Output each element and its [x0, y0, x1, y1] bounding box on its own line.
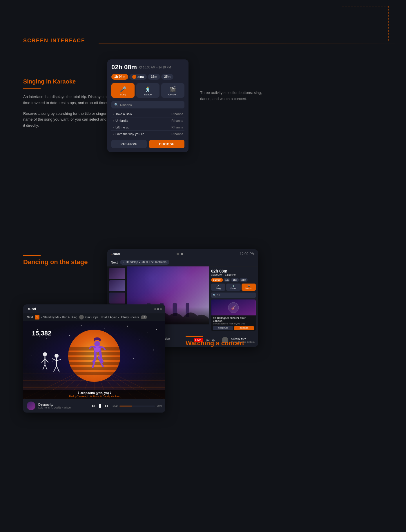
mini-search[interactable]: 🔍 Ed — [211, 293, 256, 298]
svg-line-33 — [57, 366, 59, 372]
mini-pill-25m[interactable]: 25m — [240, 278, 248, 282]
mini-song-icon: 🎤 — [212, 285, 225, 287]
mini-dance-btn[interactable]: 🕺 Dance — [226, 284, 240, 291]
mini-song-title: Ed Gallagher 2023-24 Tour: London — [213, 317, 254, 322]
svg-point-12 — [46, 338, 47, 339]
prog-total: 3:49 — [157, 404, 162, 407]
rund-logo: ..rund — [111, 252, 120, 256]
orange-line-header — [99, 43, 406, 43]
svg-point-17 — [156, 329, 157, 330]
svg-point-16 — [139, 339, 139, 340]
song-list: ♪Take A Bow Rihanna ♪Umbrella Rihanna ♪L… — [111, 111, 184, 137]
song-title-2: Umbrella — [115, 119, 128, 122]
concert-next-bar: Next ♪ Handclap - Fitz & The Tantrums — [107, 258, 258, 266]
concert-right-panel: 02h 08m 10:30 AM – 14:10 PM Current 1m 1… — [209, 266, 258, 333]
dance-game-card: .rund Next 1 ♪ Stand by Me - Ben E. King… — [23, 304, 165, 413]
song-row[interactable]: ♪Lift me up Rihanna — [111, 124, 184, 131]
progress-fill — [119, 406, 132, 406]
dg-next-label: Next — [27, 316, 33, 319]
mini-action-buttons: RESERVE CHOOSE — [211, 326, 256, 331]
time-pills: 1h 04m 24m 15m 25m — [111, 74, 184, 80]
mini-song-thumbnail: 🎸 — [211, 299, 256, 315]
status-dot2 — [181, 253, 183, 255]
song-row[interactable]: ♪Take A Bow Rihanna — [111, 111, 184, 117]
lyrics-text: ♩ Despacito (yeh, yo) ♩ — [26, 391, 162, 395]
progress-bar[interactable] — [119, 406, 155, 406]
thumb-2[interactable] — [109, 280, 125, 291]
dg-topbar: .rund — [23, 304, 165, 313]
activity-song-btn[interactable]: 🎤 Song — [111, 83, 135, 98]
svg-line-24 — [41, 359, 45, 363]
song-artist-2: Rihanna — [171, 119, 183, 122]
dg-next-item-1: 1 ♪ Stand by Me - Ben E. King — [35, 315, 77, 319]
song-row[interactable]: ♪Umbrella Rihanna — [111, 117, 184, 124]
dg-song-avatar — [27, 402, 35, 410]
mini-dance-label: Dance — [227, 287, 240, 289]
choose-button[interactable]: CHOOSE — [149, 140, 184, 148]
dg-prev[interactable]: ⏮ — [90, 403, 95, 408]
dg-next-item-2: Kim: Oops...I Did It Again - Britney Spe… — [79, 315, 139, 319]
activity-concert-btn[interactable]: 🎬 Concert — [161, 83, 184, 98]
concert-topbar: ..rund 12:02 PM — [107, 249, 258, 258]
mini-song-btn[interactable]: 🎤 Song — [211, 284, 225, 291]
svg-point-19 — [153, 350, 154, 351]
dg-song-title: Despacito — [38, 403, 88, 406]
pill-orange[interactable]: 1h 04m — [111, 74, 128, 80]
dg-song-info: Despacito Luis Fonsi ft. Daddy Yankee — [38, 403, 88, 409]
pill-toggle[interactable]: 24m — [129, 74, 147, 80]
mini-activity-buttons: 🎤 Song 🕺 Dance 🎬 Concert — [211, 284, 256, 291]
mini-concert-icon: 🎬 — [242, 285, 255, 287]
mini-concert-btn[interactable]: 🎬 Concert — [242, 284, 256, 291]
screen-interface-label: SCREEN INTERFACE — [23, 38, 85, 44]
dg-dot1 — [154, 308, 156, 310]
song-artist-3: Rihanna — [171, 126, 183, 129]
note-icon: ♪ — [113, 119, 114, 122]
pill-gray-2[interactable]: 25m — [161, 74, 173, 80]
singing-title: Singing in Karaoke — [23, 78, 116, 85]
mini-choose-btn[interactable]: CHOOSE — [234, 326, 254, 330]
svg-point-8 — [81, 325, 82, 326]
song-title-4: Love the way you lie — [115, 132, 144, 136]
singing-section: Singing in Karaoke An interface that dis… — [23, 78, 116, 133]
toggle-dot — [132, 75, 136, 79]
svg-point-11 — [148, 332, 148, 333]
thumb-1[interactable] — [109, 268, 125, 279]
mini-reserve-btn[interactable]: RESERVE — [213, 326, 233, 330]
note-icon: ♪ — [113, 132, 114, 136]
thumb-3[interactable] — [109, 293, 125, 304]
karaoke-card: 02h 08m 10:30 AM – 14:10 PM 1h 04m 24m 1… — [107, 59, 188, 152]
mini-song-card: 🎸 Ed Gallagher 2023-24 Tour: London Ed G… — [211, 299, 256, 331]
mini-pills: Current 1m 15m 25m — [211, 278, 256, 282]
svg-point-9 — [104, 328, 105, 328]
score-number: 15,382 — [32, 330, 51, 337]
music-icon: ♪ — [123, 261, 124, 264]
singing-divider — [23, 88, 41, 89]
reserve-button[interactable]: RESERVE — [111, 140, 147, 148]
dg-dot2 — [157, 308, 159, 310]
concert-time: 12:02 PM — [240, 252, 255, 256]
concert-icon: 🎬 — [162, 86, 183, 92]
mini-pill-1m[interactable]: 1m — [224, 278, 231, 282]
note-icon: ♪ — [113, 112, 114, 116]
activity-dance-btn[interactable]: 🕺 Dance — [136, 83, 160, 98]
dg-progress: 1:22 3:49 — [113, 404, 162, 407]
mini-pill-15m[interactable]: 15m — [231, 278, 239, 282]
time-range-text: 10:30 AM – 14:10 PM — [143, 66, 171, 69]
mini-pill-active[interactable]: Current — [211, 278, 223, 282]
search-bar[interactable]: 🔍 Rihanna — [111, 101, 184, 108]
dancer-silhouettes — [39, 348, 62, 377]
dg-play[interactable]: ⏸ — [97, 403, 103, 409]
karaoke-right-text: Three activity selection buttons: sing, … — [200, 90, 264, 102]
svg-point-34 — [94, 341, 100, 347]
dg-next[interactable]: ⏭ — [105, 403, 110, 408]
watching-title: Watching a concert — [186, 339, 273, 347]
search-value: Rihanna — [120, 103, 132, 107]
svg-point-13 — [69, 335, 70, 336]
dg-main: 15,382 — [23, 321, 165, 399]
song-row[interactable]: ♪Love the way you lie Rihanna — [111, 131, 184, 137]
dg-bottom: Despacito Luis Fonsi ft. Daddy Yankee ⏮ … — [23, 399, 165, 413]
song-title-3: Lift me up — [115, 126, 129, 129]
svg-line-2 — [141, 67, 141, 68]
time-display: 02h 08m — [111, 63, 137, 71]
pill-gray-1[interactable]: 15m — [148, 74, 160, 80]
